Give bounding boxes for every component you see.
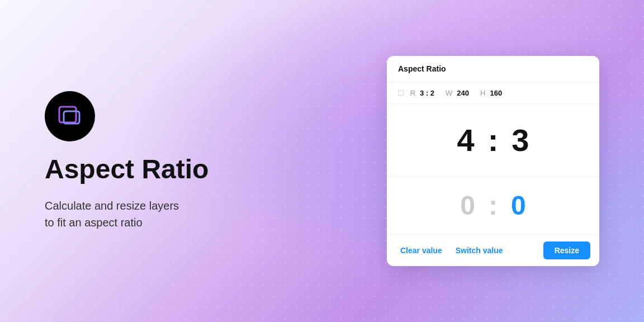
switch-value-button[interactable]: Switch value: [451, 243, 508, 258]
ratio-label: R: [410, 89, 415, 97]
main-ratio-colon: :: [488, 122, 499, 158]
width-value: 240: [457, 89, 469, 97]
svg-rect-0: [59, 107, 76, 122]
height-label: H: [480, 89, 485, 97]
card-title: Aspect Ratio: [398, 64, 446, 73]
page-title: Aspect Ratio: [45, 155, 353, 184]
main-content: Aspect Ratio Calculate and resize layers…: [0, 0, 644, 322]
info-row: □ R 3 : 2 W 240 H 160: [387, 82, 599, 104]
main-ratio-right: 3: [512, 122, 529, 158]
page-subtitle: Calculate and resize layersto fit an asp…: [45, 197, 353, 231]
ratio-value: 3 : 2: [420, 89, 434, 97]
resize-button[interactable]: Resize: [543, 242, 590, 259]
input-ratio-left: 0: [460, 190, 475, 221]
width-label: W: [446, 89, 452, 97]
clear-value-button[interactable]: Clear value: [396, 243, 447, 258]
plugin-card: Aspect Ratio □ R 3 : 2 W 240 H 160 4 : 3…: [387, 56, 599, 266]
card-header: Aspect Ratio: [387, 56, 599, 82]
main-ratio-display: 4 : 3: [387, 104, 599, 177]
input-ratio-right: 0: [511, 190, 526, 221]
height-value: 160: [490, 89, 502, 97]
logo-icon: [56, 101, 84, 131]
left-section: Aspect Ratio Calculate and resize layers…: [45, 91, 353, 231]
resize-icon: □: [398, 88, 404, 98]
input-ratio-display: 0 : 0: [387, 177, 599, 235]
card-actions: Clear value Switch value Resize: [387, 235, 599, 266]
input-ratio-colon: :: [489, 190, 498, 221]
logo-circle: [45, 91, 95, 141]
main-ratio-left: 4: [457, 122, 475, 158]
